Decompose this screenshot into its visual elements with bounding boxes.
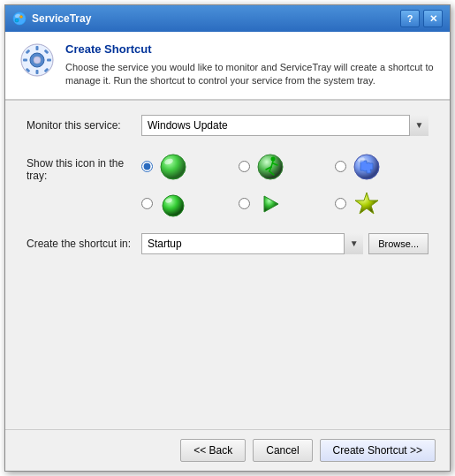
monitor-dropdown-wrapper: Windows Update ▼ [141,115,428,136]
close-button[interactable]: ✕ [423,10,443,27]
svg-point-2 [15,19,19,22]
running-figure-icon [255,152,285,182]
shortcut-label: Create the shortcut in: [27,238,141,250]
svg-point-26 [163,195,184,216]
monitor-dropdown[interactable]: Windows Update [141,115,428,136]
icons-grid [141,152,428,219]
svg-rect-8 [36,70,39,74]
title-buttons: ? ✕ [400,10,443,27]
svg-rect-10 [47,59,51,62]
header-icon [19,42,55,78]
small-green-orb-icon [158,189,188,219]
icon-radio-6[interactable] [335,198,346,209]
svg-rect-9 [23,59,27,62]
icon-selection-row: Show this icon in the tray: [27,152,428,219]
icon-radio-3[interactable] [335,161,346,172]
icon-option-6[interactable] [335,189,428,219]
icon-radio-2[interactable] [239,161,250,172]
icon-option-2[interactable] [239,152,332,182]
shortcut-dropdown-wrapper: Startup ▼ [141,233,363,254]
svg-point-3 [20,16,23,19]
icon-option-4[interactable] [141,189,235,219]
browse-button[interactable]: Browse... [368,233,428,254]
svg-rect-7 [36,46,39,50]
play-button-icon [255,189,285,219]
content-area: Monitor this service: Windows Update ▼ S… [5,101,450,279]
monitor-row: Monitor this service: Windows Update ▼ [27,115,428,136]
help-button[interactable]: ? [400,10,420,27]
icon-option-5[interactable] [239,189,332,219]
icon-radio-5[interactable] [239,198,250,209]
monitor-label: Monitor this service: [27,119,141,132]
back-button[interactable]: << Back [180,439,246,462]
star-icon [352,189,382,219]
window-title: ServiceTray [32,12,400,25]
puzzle-piece-icon [352,152,382,182]
header-description: Choose the service you would like to mon… [65,61,436,88]
icon-label: Show this icon in the tray: [27,152,141,182]
green-ball-icon [158,152,188,182]
shortcut-dropdown[interactable]: Startup [141,233,363,254]
footer: << Back Cancel Create Shortcut >> [5,430,450,471]
icon-radio-1[interactable] [141,161,153,172]
main-window: ServiceTray ? ✕ Create Shortcut Choose t… [4,4,451,472]
icon-option-1[interactable] [141,152,235,182]
icon-option-3[interactable] [335,152,428,182]
icon-radio-4[interactable] [141,198,153,209]
cancel-button[interactable]: Cancel [253,439,312,462]
shortcut-row: Create the shortcut in: Startup ▼ Browse… [27,233,428,254]
header-title: Create Shortcut [65,42,436,56]
create-shortcut-button[interactable]: Create Shortcut >> [320,439,436,462]
svg-marker-29 [355,193,378,214]
svg-point-0 [13,12,26,25]
title-bar: ServiceTray ? ✕ [5,5,450,32]
svg-point-15 [161,155,186,179]
header-text: Create Shortcut Choose the service you w… [65,42,436,88]
svg-marker-28 [264,196,278,212]
svg-point-6 [34,57,41,64]
app-icon [12,11,27,26]
header-panel: Create Shortcut Choose the service you w… [5,32,450,100]
